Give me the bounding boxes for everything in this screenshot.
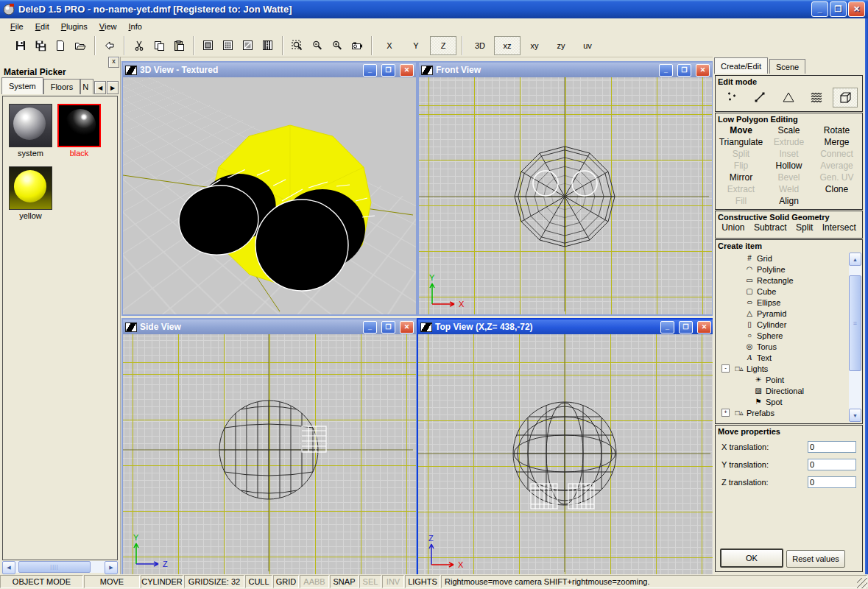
menu-plugins[interactable]: Plugins bbox=[55, 20, 93, 33]
cmd-align[interactable]: Align bbox=[765, 195, 813, 207]
mesh-mode-icon[interactable] bbox=[805, 88, 828, 106]
camera-icon[interactable] bbox=[347, 37, 366, 54]
axis-y-button[interactable]: Y bbox=[403, 37, 428, 54]
menu-info[interactable]: Info bbox=[122, 20, 147, 33]
status-cull[interactable]: CULL bbox=[245, 575, 272, 588]
zoom-region-icon[interactable] bbox=[288, 37, 306, 54]
view-zy-button[interactable]: zy bbox=[548, 37, 574, 54]
axis-z-button[interactable]: Z bbox=[430, 36, 456, 55]
viewport-3d-canvas[interactable] bbox=[123, 77, 416, 314]
viewport-top-canvas[interactable]: Z X bbox=[418, 334, 713, 575]
cmd-hollow[interactable]: Hollow bbox=[765, 160, 813, 172]
viewport-front-canvas[interactable]: Y X bbox=[419, 77, 712, 314]
menu-view[interactable]: View bbox=[93, 20, 123, 33]
tree-group-prefabs[interactable]: +□▵Prefabs bbox=[717, 407, 848, 418]
tree-item-directional-light[interactable]: ▨Directional bbox=[717, 385, 848, 396]
scroll-left-icon[interactable]: ◀ bbox=[2, 561, 15, 574]
tab-scene[interactable]: Scene bbox=[769, 59, 805, 74]
status-inv[interactable]: INV bbox=[382, 575, 404, 588]
status-aabb[interactable]: AABB bbox=[300, 575, 329, 588]
material-system[interactable]: system bbox=[9, 104, 52, 158]
x-translation-input[interactable] bbox=[808, 441, 856, 453]
render-mixed-icon[interactable] bbox=[239, 37, 257, 54]
tree-item-polyline[interactable]: ◠Polyline bbox=[717, 264, 848, 275]
status-lights[interactable]: LIGHTS bbox=[405, 575, 440, 588]
material-scrollbar[interactable]: ◀ ▶ bbox=[2, 561, 118, 573]
viewport-maximize-button[interactable]: ❐ bbox=[679, 321, 693, 334]
status-sel[interactable]: SEL bbox=[359, 575, 381, 588]
cmd-merge[interactable]: Merge bbox=[813, 136, 861, 148]
window-minimize-button[interactable]: _ bbox=[811, 1, 828, 17]
viewport-close-button[interactable]: ✕ bbox=[696, 64, 710, 77]
save-icon[interactable] bbox=[11, 37, 29, 54]
csg-union[interactable]: Union bbox=[721, 222, 744, 233]
paste-icon[interactable] bbox=[169, 37, 188, 54]
viewport-minimize-button[interactable]: _ bbox=[363, 321, 377, 334]
viewport-minimize-button[interactable]: _ bbox=[363, 64, 377, 77]
zoom-out-icon[interactable] bbox=[308, 37, 326, 54]
tab-scroll-right-icon[interactable]: ▶ bbox=[107, 81, 119, 94]
tab-scroll-left-icon[interactable]: ◀ bbox=[94, 81, 106, 94]
scroll-up-icon[interactable]: ▲ bbox=[849, 253, 861, 266]
viewport-minimize-button[interactable]: _ bbox=[660, 321, 674, 334]
cmd-rotate[interactable]: Rotate bbox=[813, 124, 861, 136]
viewport-side-titlebar[interactable]: Side View _ ❐ ✕ bbox=[123, 320, 416, 334]
panel-close-icon[interactable]: x bbox=[108, 57, 119, 68]
render-pattern-icon[interactable] bbox=[219, 37, 237, 54]
zoom-in-icon[interactable] bbox=[328, 37, 346, 54]
save-all-icon[interactable] bbox=[31, 37, 49, 54]
viewport-close-button[interactable]: ✕ bbox=[400, 64, 414, 77]
status-snap[interactable]: SNAP bbox=[330, 575, 359, 588]
collapse-icon[interactable]: - bbox=[721, 364, 730, 373]
window-close-button[interactable]: ✕ bbox=[848, 1, 865, 17]
z-translation-input[interactable] bbox=[808, 476, 856, 488]
cmd-clone[interactable]: Clone bbox=[813, 183, 861, 195]
expand-icon[interactable]: + bbox=[721, 409, 730, 417]
face-mode-icon[interactable] bbox=[777, 88, 800, 106]
cut-icon[interactable] bbox=[130, 37, 148, 54]
csg-intersect[interactable]: Intersect bbox=[822, 222, 856, 233]
status-grid[interactable]: GRID bbox=[273, 575, 299, 588]
cmd-mirror[interactable]: Mirror bbox=[717, 172, 765, 183]
tab-create-edit[interactable]: Create/Edit bbox=[714, 57, 768, 74]
open-file-icon[interactable] bbox=[71, 37, 89, 54]
reset-values-button[interactable]: Reset values bbox=[786, 550, 845, 568]
tree-item-grid[interactable]: #Grid bbox=[717, 253, 848, 264]
csg-split[interactable]: Split bbox=[796, 222, 813, 233]
viewport-close-button[interactable]: ✕ bbox=[697, 321, 711, 334]
menu-file[interactable]: File bbox=[4, 20, 29, 33]
undo-icon[interactable] bbox=[100, 37, 119, 54]
render-textured-icon[interactable] bbox=[199, 37, 217, 54]
csg-subtract[interactable]: Subtract bbox=[754, 222, 787, 233]
tree-item-pyramid[interactable]: △Pyramid bbox=[717, 308, 848, 319]
axis-x-button[interactable]: X bbox=[377, 37, 402, 54]
render-stripes-icon[interactable] bbox=[258, 37, 277, 54]
tree-item-ellipse[interactable]: ○Ellipse bbox=[717, 297, 848, 308]
material-yellow[interactable]: yellow bbox=[9, 166, 52, 220]
viewport-3d-titlebar[interactable]: 3D View - Textured _ ❐ ✕ bbox=[123, 63, 416, 77]
object-mode-icon[interactable] bbox=[833, 88, 858, 107]
viewport-side-canvas[interactable]: Y Z bbox=[123, 334, 416, 574]
scrollbar-thumb[interactable] bbox=[18, 561, 91, 573]
viewport-maximize-button[interactable]: ❐ bbox=[677, 64, 691, 77]
edge-mode-icon[interactable] bbox=[748, 88, 772, 106]
tab-system[interactable]: System bbox=[1, 77, 43, 94]
viewport-front-titlebar[interactable]: Front View _ ❐ ✕ bbox=[419, 63, 712, 77]
viewport-minimize-button[interactable]: _ bbox=[659, 64, 673, 77]
tree-item-spot-light[interactable]: ⚑Spot bbox=[717, 396, 848, 407]
tree-group-lights[interactable]: -□▵Lights bbox=[717, 363, 848, 374]
view-3d-button[interactable]: 3D bbox=[467, 37, 493, 54]
material-black[interactable]: black bbox=[57, 104, 101, 158]
tab-floors[interactable]: Floors bbox=[43, 79, 81, 94]
new-file-icon[interactable] bbox=[51, 37, 69, 54]
scroll-right-icon[interactable]: ▶ bbox=[105, 561, 118, 574]
tree-item-sphere[interactable]: ○Sphere bbox=[717, 330, 848, 341]
copy-icon[interactable] bbox=[149, 37, 168, 54]
scroll-down-icon[interactable]: ▼ bbox=[849, 409, 861, 422]
viewport-top-titlebar[interactable]: Top View (X,Z= 438,-72) _ ❐ ✕ bbox=[418, 320, 713, 334]
tree-item-rectangle[interactable]: ▭Rectangle bbox=[717, 275, 848, 286]
tree-item-cube[interactable]: ▢Cube bbox=[717, 286, 848, 297]
cmd-move[interactable]: Move bbox=[717, 124, 765, 136]
window-maximize-button[interactable]: ❐ bbox=[830, 1, 847, 17]
viewport-maximize-button[interactable]: ❐ bbox=[381, 64, 395, 77]
